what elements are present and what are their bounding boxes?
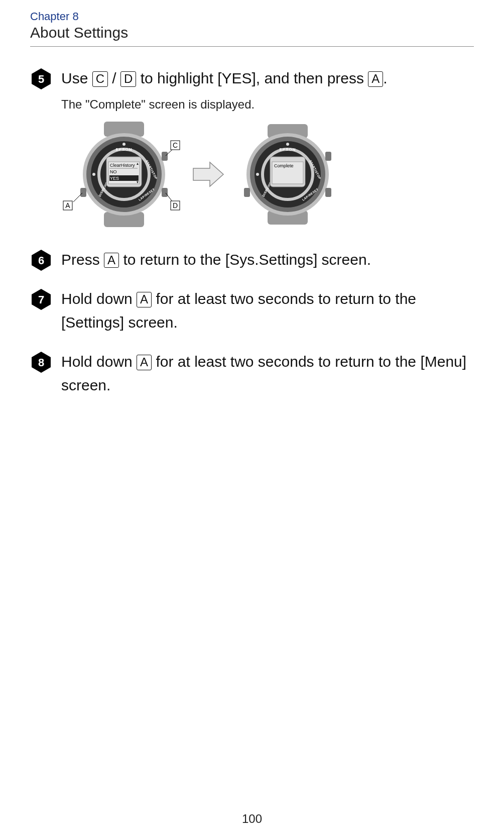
header-divider	[30, 46, 474, 47]
svg-point-7	[122, 143, 125, 146]
step-number-text: 7	[38, 293, 44, 306]
step-5-content: Use C / D to highlight [YES], and then p…	[61, 67, 474, 232]
callout-c: C	[171, 141, 180, 150]
step-6-content: Press A to return to the [Sys.Settings] …	[61, 248, 474, 272]
step-8-heading: Hold down A for at least two seconds to …	[61, 350, 474, 397]
callout-c-text: C	[173, 141, 178, 149]
hexagon-icon: 5	[30, 68, 52, 90]
svg-rect-35	[244, 188, 250, 197]
callout-d: D	[171, 201, 180, 210]
step-6-heading: Press A to return to the [Sys.Settings] …	[61, 248, 474, 272]
step-7-content: Hold down A for at least two seconds to …	[61, 287, 474, 334]
callout-a: A	[63, 201, 72, 210]
text-fragment: Hold down	[61, 290, 137, 307]
section-title: About Settings	[30, 24, 474, 41]
svg-line-20	[73, 193, 82, 202]
svg-rect-9	[162, 152, 168, 161]
svg-marker-24	[193, 162, 223, 186]
step-5-figure: START/STOP DISP.CHG LAP/RESET EPSON Clea…	[61, 122, 474, 227]
step-8: 8 Hold down A for at least two seconds t…	[30, 350, 474, 397]
keycap-a: A	[104, 253, 119, 268]
callout-d-text: D	[173, 201, 178, 210]
keycap-a: A	[137, 355, 152, 370]
svg-point-8	[92, 173, 95, 176]
text-fragment: Use	[61, 70, 92, 86]
step-5-heading: Use C / D to highlight [YES], and then p…	[61, 67, 474, 90]
step-5: 5 Use C / D to highlight [YES], and then…	[30, 67, 474, 232]
step-8-content: Hold down A for at least two seconds to …	[61, 350, 474, 397]
page-header: Chapter 8 About Settings	[30, 10, 474, 47]
text-fragment: Hold down	[61, 353, 137, 370]
step-5-subtext: The "Complete" screen is displayed.	[61, 97, 474, 112]
step-7: 7 Hold down A for at least two seconds t…	[30, 287, 474, 334]
screen-line-3: YES	[110, 176, 119, 181]
text-fragment: Press	[61, 251, 104, 268]
brand-text-2: EPSON	[279, 147, 296, 152]
step-7-heading: Hold down A for at least two seconds to …	[61, 287, 474, 334]
text-fragment: to highlight [YES], and then press	[136, 70, 368, 86]
screen-line-1: ClearHistory	[110, 163, 135, 168]
watch-clear-history: START/STOP DISP.CHG LAP/RESET EPSON Clea…	[61, 122, 182, 227]
step-number-8: 8	[30, 351, 52, 373]
arrow-right-icon	[191, 159, 226, 189]
svg-line-19	[166, 193, 173, 202]
hexagon-icon: 7	[30, 288, 52, 310]
watch-illustration-1: START/STOP DISP.CHG LAP/RESET EPSON Clea…	[61, 122, 182, 227]
chapter-label: Chapter 8	[30, 10, 474, 23]
text-fragment: /	[108, 70, 120, 86]
step-number-6: 6	[30, 249, 52, 271]
step-number-text: 6	[38, 254, 44, 267]
svg-rect-34	[325, 188, 331, 197]
step-6: 6 Press A to return to the [Sys.Settings…	[30, 248, 474, 272]
screen-complete-text: Complete	[274, 163, 294, 168]
svg-point-32	[256, 173, 259, 176]
step-number-7: 7	[30, 288, 52, 310]
step-number-text: 5	[38, 73, 44, 85]
step-number-text: 8	[38, 356, 44, 369]
svg-rect-11	[80, 188, 86, 197]
text-fragment: to return to the [Sys.Settings] screen.	[119, 251, 371, 268]
step-number-5: 5	[30, 68, 52, 90]
keycap-c: C	[92, 71, 108, 87]
text-fragment: .	[383, 70, 387, 86]
svg-rect-33	[325, 152, 331, 161]
hexagon-icon: 6	[30, 249, 52, 271]
page-number: 100	[0, 812, 504, 826]
watch-illustration-2: START/STOP DISP.CHG LAP/RESET EPSON Comp…	[235, 124, 335, 225]
brand-text: EPSON	[115, 147, 132, 152]
arrow-right	[191, 159, 226, 189]
keycap-a: A	[368, 71, 383, 87]
screen-line-2: NO	[110, 169, 117, 174]
keycap-a: A	[137, 292, 152, 307]
watch-complete: START/STOP DISP.CHG LAP/RESET EPSON Comp…	[235, 124, 335, 225]
svg-point-31	[286, 143, 289, 146]
hexagon-icon: 8	[30, 351, 52, 373]
svg-rect-10	[162, 188, 168, 197]
callout-a-text: A	[65, 201, 70, 210]
keycap-d: D	[120, 71, 136, 87]
